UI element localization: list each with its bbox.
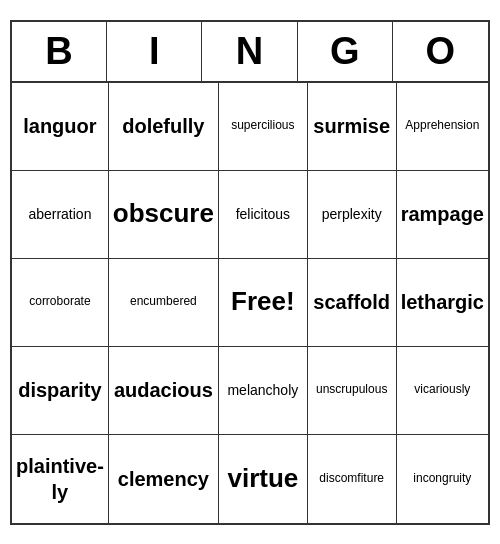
cell-text: felicitous xyxy=(236,205,290,223)
cell-text: perplexity xyxy=(322,205,382,223)
header-letter: I xyxy=(107,22,202,81)
cell-text: supercilious xyxy=(231,118,294,134)
header-letter: N xyxy=(202,22,297,81)
bingo-cell: languor xyxy=(12,83,109,171)
cell-text: Apprehension xyxy=(405,118,479,134)
cell-text: surmise xyxy=(313,113,390,139)
header-letter: G xyxy=(298,22,393,81)
bingo-cell: supercilious xyxy=(219,83,308,171)
cell-text: clemency xyxy=(118,466,209,492)
bingo-cell: lethargic xyxy=(397,259,488,347)
bingo-cell: audacious xyxy=(109,347,219,435)
cell-text: obscure xyxy=(113,197,214,231)
bingo-cell: incongruity xyxy=(397,435,488,523)
cell-text: aberration xyxy=(28,205,91,223)
header-letter: O xyxy=(393,22,488,81)
bingo-cell: rampage xyxy=(397,171,488,259)
cell-text: discomfiture xyxy=(319,471,384,487)
bingo-cell: virtue xyxy=(219,435,308,523)
cell-text: dolefully xyxy=(122,113,204,139)
bingo-cell: Free! xyxy=(219,259,308,347)
cell-text: scaffold xyxy=(313,289,390,315)
bingo-cell: aberration xyxy=(12,171,109,259)
bingo-cell: corroborate xyxy=(12,259,109,347)
cell-text: incongruity xyxy=(413,471,471,487)
cell-text: lethargic xyxy=(401,289,484,315)
cell-text: encumbered xyxy=(130,294,197,310)
header-letter: B xyxy=(12,22,107,81)
cell-text: Free! xyxy=(231,285,295,319)
bingo-cell: disparity xyxy=(12,347,109,435)
bingo-cell: surmise xyxy=(308,83,397,171)
bingo-cell: encumbered xyxy=(109,259,219,347)
bingo-cell: felicitous xyxy=(219,171,308,259)
cell-text: disparity xyxy=(18,377,101,403)
bingo-cell: plaintive- ly xyxy=(12,435,109,523)
bingo-cell: unscrupulous xyxy=(308,347,397,435)
cell-text: languor xyxy=(23,113,96,139)
cell-text: melancholy xyxy=(227,381,298,399)
bingo-cell: melancholy xyxy=(219,347,308,435)
bingo-cell: vicariously xyxy=(397,347,488,435)
cell-text: corroborate xyxy=(29,294,90,310)
bingo-cell: dolefully xyxy=(109,83,219,171)
bingo-cell: obscure xyxy=(109,171,219,259)
bingo-header: BINGO xyxy=(12,22,488,83)
cell-text: unscrupulous xyxy=(316,382,387,398)
cell-text: rampage xyxy=(401,201,484,227)
bingo-cell: clemency xyxy=(109,435,219,523)
bingo-cell: perplexity xyxy=(308,171,397,259)
bingo-cell: discomfiture xyxy=(308,435,397,523)
cell-text: virtue xyxy=(227,462,298,496)
cell-text: vicariously xyxy=(414,382,470,398)
bingo-grid: languordolefullysupercilioussurmiseAppre… xyxy=(12,83,488,523)
cell-text: plaintive- ly xyxy=(16,453,104,505)
bingo-cell: scaffold xyxy=(308,259,397,347)
bingo-cell: Apprehension xyxy=(397,83,488,171)
cell-text: audacious xyxy=(114,377,213,403)
bingo-card: BINGO languordolefullysupercilioussurmis… xyxy=(10,20,490,525)
